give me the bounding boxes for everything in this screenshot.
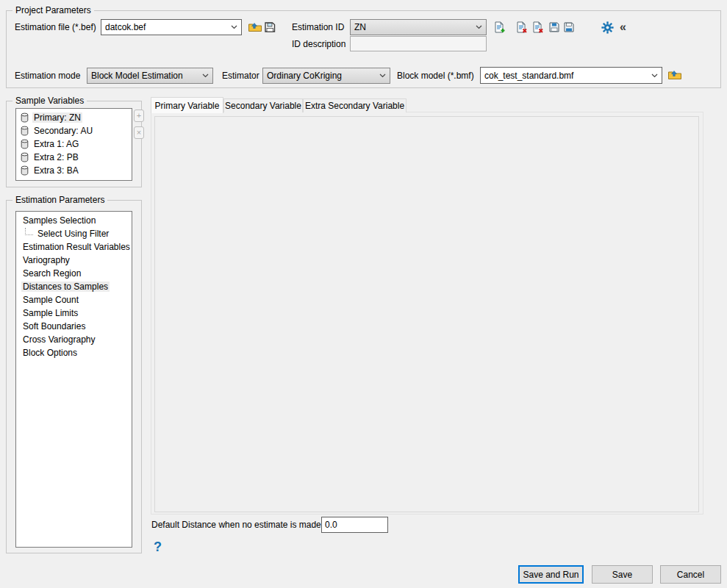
settings-gear-icon[interactable]	[601, 21, 614, 34]
estimation-parameters-title: Estimation Parameters	[12, 195, 107, 206]
tab-label: Secondary Variable	[225, 101, 301, 111]
param-item-label: Distances to Samples	[21, 282, 110, 292]
database-icon	[21, 139, 29, 149]
tree-branch-icon	[25, 228, 33, 235]
param-item-label: Estimation Result Variables	[21, 242, 132, 252]
estimation-dialog: Project Parameters Estimation file (*.be…	[0, 0, 727, 588]
database-icon	[21, 165, 29, 176]
estimation-id-label: Estimation ID	[292, 22, 344, 33]
list-item-label: Extra 2: PB	[32, 152, 80, 162]
open-block-model-folder-icon[interactable]	[667, 69, 682, 81]
estimation-id-combo[interactable]: ZN	[350, 19, 487, 35]
sample-variables-list[interactable]: Primary: ZN Secondary: AU Extra 1: AG Ex…	[15, 108, 132, 181]
param-item-label: Samples Selection	[21, 215, 97, 226]
estimator-value: Ordinary CoKriging	[267, 71, 379, 81]
list-item-label: Extra 3: BA	[32, 165, 80, 176]
param-item-label: Select Using Filter	[36, 229, 110, 239]
tab-primary-variable[interactable]: Primary Variable	[151, 97, 223, 113]
estimation-parameters-list[interactable]: Samples Selection Select Using Filter Es…	[15, 211, 132, 548]
database-icon	[21, 126, 29, 136]
param-item-soft-boundaries[interactable]: Soft Boundaries	[16, 320, 132, 333]
id-description-label: ID description	[292, 39, 345, 50]
param-item-label: Sample Limits	[21, 308, 79, 318]
sample-variables-title: Sample Variables	[12, 96, 87, 107]
list-item-extra3[interactable]: Extra 3: BA	[16, 164, 132, 177]
add-id-icon[interactable]	[493, 21, 506, 34]
param-item-cross-variography[interactable]: Cross Variography	[16, 333, 132, 346]
project-parameters-title: Project Parameters	[12, 5, 94, 16]
button-label: Save	[612, 570, 632, 580]
save-id-icon[interactable]	[548, 21, 560, 33]
default-distance-label: Default Distance when no estimate is mad…	[151, 520, 321, 531]
param-item-label: Cross Variography	[21, 334, 96, 345]
save-id-as-icon[interactable]	[563, 21, 575, 33]
tab-extra-secondary-variable[interactable]: Extra Secondary Variable	[303, 98, 407, 112]
param-item-label: Search Region	[21, 268, 82, 279]
param-item-estimation-result-variables[interactable]: Estimation Result Variables	[16, 240, 132, 254]
list-item-extra2[interactable]: Extra 2: PB	[16, 151, 132, 164]
list-item-label: Secondary: AU	[32, 126, 94, 136]
chevron-down-icon	[231, 25, 241, 29]
list-item-label: Extra 1: AG	[32, 139, 80, 149]
save-file-icon[interactable]	[264, 21, 276, 33]
save-button[interactable]: Save	[592, 565, 653, 584]
tab-label: Extra Secondary Variable	[305, 101, 404, 111]
list-item-secondary[interactable]: Secondary: AU	[16, 124, 132, 137]
help-icon[interactable]: ?	[154, 540, 162, 553]
tab-label: Primary Variable	[155, 101, 220, 111]
delete-id-icon[interactable]	[515, 21, 528, 34]
add-variable-button[interactable]: +	[134, 110, 144, 122]
chevron-down-icon	[202, 74, 212, 78]
id-description-field	[350, 36, 487, 51]
default-distance-input[interactable]	[321, 517, 388, 533]
chevron-down-icon	[651, 74, 662, 78]
database-icon	[21, 112, 29, 123]
estimation-file-combo[interactable]: datcok.bef	[101, 19, 242, 35]
remove-variable-button[interactable]: ×	[134, 126, 144, 139]
param-item-label: Soft Boundaries	[21, 321, 87, 331]
chevron-down-icon	[476, 25, 486, 29]
chevron-down-icon	[379, 74, 390, 78]
param-item-distances-to-samples[interactable]: Distances to Samples	[16, 280, 132, 293]
param-item-variography[interactable]: Variography	[16, 254, 132, 267]
save-and-run-button[interactable]: Save and Run	[518, 565, 584, 584]
database-icon	[21, 152, 29, 162]
block-model-combo[interactable]: cok_test_standard.bmf	[480, 67, 662, 84]
param-item-label: Variography	[21, 255, 71, 265]
open-folder-icon[interactable]	[248, 21, 262, 33]
param-item-label: Block Options	[21, 348, 79, 358]
list-item-primary[interactable]: Primary: ZN	[16, 111, 132, 124]
distances-panel-frame	[154, 116, 699, 512]
estimation-file-value: datcok.bef	[105, 22, 231, 32]
param-item-sample-count[interactable]: Sample Count	[16, 293, 132, 306]
estimation-file-label: Estimation file (*.bef)	[15, 22, 96, 33]
list-item-extra1[interactable]: Extra 1: AG	[16, 137, 132, 151]
param-item-sample-limits[interactable]: Sample Limits	[16, 306, 132, 320]
param-item-select-using-filter[interactable]: Select Using Filter	[16, 227, 132, 240]
list-item-label: Primary: ZN	[32, 112, 82, 123]
param-item-label: Sample Count	[21, 295, 80, 305]
collapse-panel-icon[interactable]: «	[620, 21, 626, 34]
param-item-search-region[interactable]: Search Region	[16, 267, 132, 280]
cancel-button[interactable]: Cancel	[660, 565, 721, 584]
tab-secondary-variable[interactable]: Secondary Variable	[223, 98, 303, 112]
estimator-label: Estimator	[222, 71, 259, 82]
estimation-mode-label: Estimation mode	[15, 71, 80, 82]
button-label: Save and Run	[523, 570, 579, 580]
block-model-label: Block model (*.bmf)	[397, 71, 474, 82]
param-item-samples-selection[interactable]: Samples Selection	[16, 214, 132, 227]
param-item-block-options[interactable]: Block Options	[16, 346, 132, 359]
estimation-id-value: ZN	[354, 22, 476, 32]
button-label: Cancel	[677, 570, 704, 580]
block-model-value: cok_test_standard.bmf	[484, 71, 651, 81]
estimator-combo[interactable]: Ordinary CoKriging	[262, 68, 390, 84]
estimation-mode-combo[interactable]: Block Model Estimation	[87, 68, 213, 84]
delete-all-ids-icon[interactable]	[531, 21, 544, 34]
estimation-mode-value: Block Model Estimation	[91, 71, 202, 81]
